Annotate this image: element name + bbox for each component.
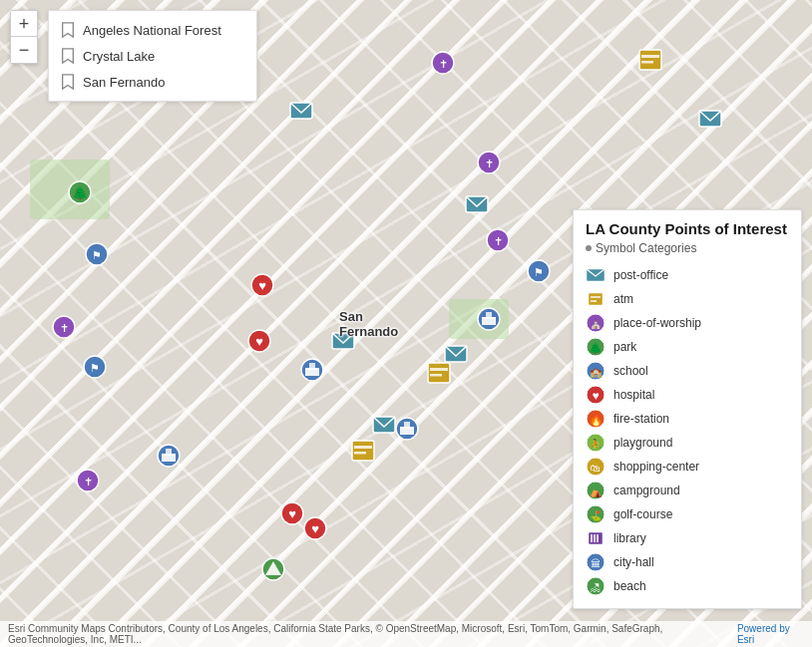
attribution-bar: Esri Community Maps Contributors, County… xyxy=(0,621,812,647)
bookmark-item[interactable]: Crystal Lake xyxy=(49,43,256,69)
legend-item: 🏫 school xyxy=(586,359,789,383)
svg-text:🔥: 🔥 xyxy=(589,412,604,427)
legend-items-list: post-office atm⛪ place-of-worship🌲 park🏫… xyxy=(586,263,789,598)
map-icon-city-hall[interactable] xyxy=(395,417,419,445)
svg-rect-85 xyxy=(594,534,596,542)
map-icon-atm[interactable] xyxy=(427,361,451,389)
legend-item: ♥ hospital xyxy=(586,383,789,407)
legend-item-label: playground xyxy=(613,436,672,450)
map-icon-school[interactable]: ⚑ xyxy=(85,242,109,270)
map-icon-city-hall[interactable] xyxy=(477,307,501,335)
legend-item: 🏖 beach xyxy=(586,574,789,598)
bookmark-panel: Angeles National Forest Crystal Lake San… xyxy=(48,10,257,102)
legend-item-label: golf-course xyxy=(613,507,672,521)
legend-item: 🌲 park xyxy=(586,335,789,359)
map-icon-hospital[interactable]: ♥ xyxy=(247,329,271,357)
svg-rect-43 xyxy=(162,454,176,456)
city-label: San Fernando xyxy=(339,309,398,339)
map-icon-post-office[interactable] xyxy=(372,413,396,441)
legend-item-label: place-of-worship xyxy=(613,316,701,330)
legend-item-icon xyxy=(586,265,606,285)
bookmark-item[interactable]: San Fernando xyxy=(49,69,256,95)
legend-item: library xyxy=(586,526,789,550)
map-icon-place-of-worship[interactable]: ✝ xyxy=(76,469,100,496)
legend-item: atm xyxy=(586,287,789,311)
map-icon-post-office[interactable] xyxy=(698,107,722,135)
legend-item-icon: 🏫 xyxy=(586,361,606,381)
svg-rect-34 xyxy=(404,422,410,427)
svg-rect-24 xyxy=(305,368,319,370)
svg-text:✝: ✝ xyxy=(60,322,69,334)
svg-rect-36 xyxy=(352,441,374,461)
svg-text:🌲: 🌲 xyxy=(72,184,89,201)
svg-rect-33 xyxy=(400,427,414,429)
zoom-out-button[interactable]: − xyxy=(11,37,37,63)
legend-item-label: post-office xyxy=(613,268,668,282)
map-icon-school[interactable]: ⚑ xyxy=(83,355,107,383)
map-icon-hospital[interactable]: ♥ xyxy=(250,273,274,301)
map-icon-post-office[interactable] xyxy=(465,192,489,220)
svg-text:♥: ♥ xyxy=(288,506,296,521)
legend-item: post-office xyxy=(586,263,789,287)
map-icon-hospital[interactable]: ♥ xyxy=(303,516,327,544)
svg-rect-46 xyxy=(428,363,450,383)
svg-text:⚑: ⚑ xyxy=(534,266,544,278)
map-icon-atm[interactable] xyxy=(351,439,375,467)
map-icon-park[interactable]: 🌲 xyxy=(68,180,92,208)
map-icon-place-of-worship[interactable]: ✝ xyxy=(52,315,76,343)
svg-rect-64 xyxy=(591,300,597,302)
legend-item-label: park xyxy=(613,340,636,354)
svg-text:🏛: 🏛 xyxy=(591,558,601,569)
legend-item-icon: 🛍 xyxy=(586,457,606,477)
map-icon-campground[interactable] xyxy=(261,557,285,585)
bookmark-label: Crystal Lake xyxy=(83,49,155,64)
svg-text:✝: ✝ xyxy=(494,235,503,247)
legend-item: ⛺ campground xyxy=(586,479,789,502)
legend-item: ⛳ golf-course xyxy=(586,502,789,526)
svg-text:⛺: ⛺ xyxy=(590,485,603,498)
svg-rect-25 xyxy=(309,363,315,368)
svg-rect-86 xyxy=(597,534,599,542)
legend-item: 🛍 shopping-center xyxy=(586,455,789,479)
svg-rect-62 xyxy=(589,293,603,305)
svg-text:🏫: 🏫 xyxy=(590,366,603,379)
legend-item-icon: ⛺ xyxy=(586,481,606,500)
legend-item-icon: ⛪ xyxy=(586,313,606,333)
legend-item-label: school xyxy=(613,364,648,378)
svg-text:✝: ✝ xyxy=(439,58,448,70)
map-icon-city-hall[interactable] xyxy=(300,358,324,386)
bookmark-label: Angeles National Forest xyxy=(83,23,221,38)
legend-item-label: atm xyxy=(613,292,633,306)
map-icon-school[interactable]: ⚑ xyxy=(527,259,551,287)
bookmark-item[interactable]: Angeles National Forest xyxy=(49,17,256,43)
svg-rect-48 xyxy=(430,374,442,377)
zoom-in-button[interactable]: + xyxy=(11,11,37,37)
legend-title: LA County Points of Interest xyxy=(586,220,789,237)
legend-item-label: library xyxy=(613,531,646,545)
attribution-text: Esri Community Maps Contributors, County… xyxy=(8,623,737,645)
svg-text:⛹: ⛹ xyxy=(590,438,603,451)
legend-item-icon: ♥ xyxy=(586,385,606,405)
map-icon-place-of-worship[interactable]: ✝ xyxy=(486,228,510,256)
map-container[interactable]: ♥✝✝🌲✝⚑♥⚑✝♥✝⚑♥♥ San Fernando + − Angeles … xyxy=(0,0,812,647)
legend-item: 🔥 fire-station xyxy=(586,407,789,431)
legend-item-label: beach xyxy=(613,579,646,593)
legend-item-icon: ⛹ xyxy=(586,433,606,453)
legend-item-label: city-hall xyxy=(613,555,654,569)
svg-rect-38 xyxy=(354,452,366,455)
svg-text:⚑: ⚑ xyxy=(92,249,102,261)
svg-text:🌲: 🌲 xyxy=(589,341,603,355)
map-icon-atm[interactable] xyxy=(638,48,662,76)
legend-item-label: shopping-center xyxy=(613,460,699,474)
map-icon-place-of-worship[interactable]: ✝ xyxy=(431,51,455,79)
map-icon-place-of-worship[interactable]: ✝ xyxy=(477,151,501,178)
map-icon-city-hall[interactable] xyxy=(157,444,181,472)
map-icon-post-office[interactable] xyxy=(289,99,313,127)
legend-item-icon xyxy=(586,528,606,548)
zoom-controls: + − xyxy=(10,10,38,64)
bookmark-label: San Fernando xyxy=(83,75,165,90)
svg-text:⛪: ⛪ xyxy=(590,317,603,330)
legend-item-icon: 🏖 xyxy=(586,576,606,596)
svg-rect-84 xyxy=(591,534,593,542)
map-icon-hospital[interactable]: ♥ xyxy=(280,501,304,529)
